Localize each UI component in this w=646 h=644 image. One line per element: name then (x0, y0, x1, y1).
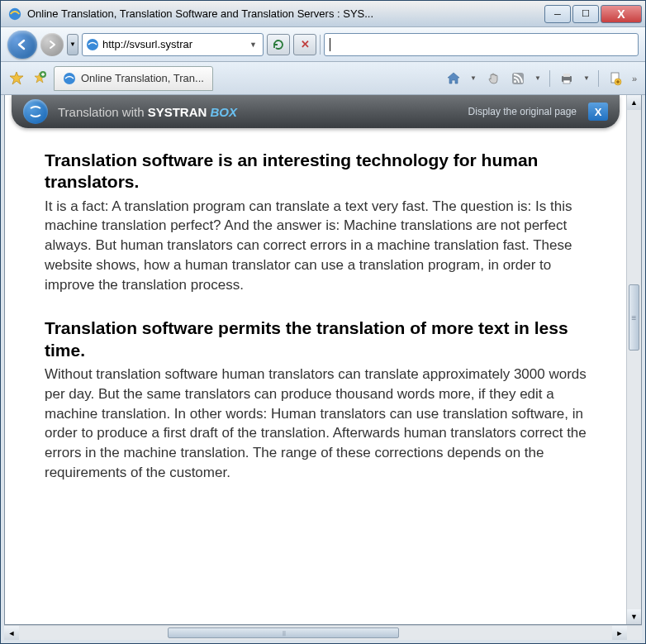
systran-logo-icon (23, 99, 48, 124)
paragraph-1: It is a fact: A translation program can … (45, 197, 587, 295)
titlebar: Online Translation, Translation Software… (1, 1, 645, 27)
browser-tab[interactable]: Online Translation, Tran... (54, 66, 213, 91)
svg-rect-7 (563, 74, 570, 77)
heading-2: Translation software permits the transla… (45, 317, 587, 361)
address-dropdown[interactable]: ▼ (247, 41, 259, 49)
address-bar[interactable]: http://svsurl.systrar ▼ (82, 33, 264, 56)
vertical-scrollbar[interactable]: ▲ ▼ (626, 95, 641, 624)
display-original-link[interactable]: Display the original page (468, 106, 577, 117)
minimize-button[interactable]: ─ (544, 5, 571, 23)
print-dropdown[interactable]: ▼ (582, 73, 591, 83)
content-area: Translation with SYSTRAN BOX Display the… (4, 95, 642, 625)
refresh-button[interactable] (267, 34, 290, 55)
paragraph-2: Without translation software human trans… (45, 365, 587, 483)
feeds-dropdown[interactable]: ▼ (533, 73, 543, 83)
close-button[interactable]: X (601, 5, 642, 23)
separator (549, 70, 550, 87)
scroll-corner (627, 626, 642, 640)
site-icon (86, 38, 99, 51)
scroll-thumb[interactable] (629, 284, 639, 351)
browser-window: Online Translation, Translation Software… (0, 0, 646, 644)
scroll-thumb[interactable] (168, 627, 399, 638)
horizontal-scrollbar[interactable]: ◄ ► (4, 625, 642, 640)
window-controls: ─ ☐ X (544, 5, 642, 23)
content-wrapper: Translation with SYSTRAN BOX Display the… (1, 95, 645, 643)
ie-icon (7, 7, 22, 21)
page-icon[interactable] (606, 69, 625, 88)
forward-button[interactable] (40, 33, 64, 56)
back-button[interactable] (7, 31, 37, 59)
text-cursor (330, 38, 330, 51)
scroll-up-arrow[interactable]: ▲ (627, 95, 641, 110)
systran-close-button[interactable]: X (588, 103, 608, 121)
print-icon[interactable] (557, 69, 577, 88)
feeds-icon[interactable] (508, 69, 528, 88)
url-text: http://svsurl.systrar (102, 38, 244, 50)
tab-label: Online Translation, Tran... (81, 72, 204, 84)
scroll-left-arrow[interactable]: ◄ (4, 626, 19, 640)
scroll-right-arrow[interactable]: ► (612, 626, 627, 640)
heading-1: Translation software is an interesting t… (45, 150, 587, 193)
article-body: Translation software is an interesting t… (5, 128, 626, 514)
separator (598, 70, 599, 87)
web-page: Translation with SYSTRAN BOX Display the… (5, 95, 626, 624)
systran-brand: SYSTRAN (148, 105, 207, 119)
home-dropdown[interactable]: ▼ (468, 73, 478, 83)
tab-site-icon (63, 72, 76, 85)
maximize-button[interactable]: ☐ (572, 5, 599, 23)
separator (320, 35, 321, 55)
nav-history-dropdown[interactable]: ▼ (67, 34, 78, 55)
systran-box: BOX (211, 105, 238, 119)
toolbar-overflow[interactable]: » (630, 72, 639, 85)
navigation-bar: ▼ http://svsurl.systrar ▼ ✕ (1, 27, 645, 62)
tab-bar: Online Translation, Tran... ▼ ▼ ▼ » (1, 62, 645, 95)
svg-rect-8 (563, 80, 570, 83)
add-favorite-icon[interactable] (31, 69, 49, 88)
stop-button[interactable]: ✕ (293, 34, 316, 55)
svg-point-5 (514, 80, 516, 83)
scroll-down-arrow[interactable]: ▼ (627, 609, 641, 624)
hand-icon[interactable] (483, 69, 503, 88)
scroll-track[interactable] (19, 626, 612, 640)
favorites-star-icon[interactable] (7, 69, 26, 88)
systran-prefix: Translation with (58, 105, 148, 119)
search-box[interactable] (324, 33, 639, 56)
systran-toolbar: Translation with SYSTRAN BOX Display the… (12, 95, 620, 128)
window-title: Online Translation, Translation Software… (27, 7, 544, 20)
home-icon[interactable] (444, 69, 463, 88)
scroll-track[interactable] (627, 110, 641, 609)
systran-title: Translation with SYSTRAN BOX (58, 105, 237, 119)
